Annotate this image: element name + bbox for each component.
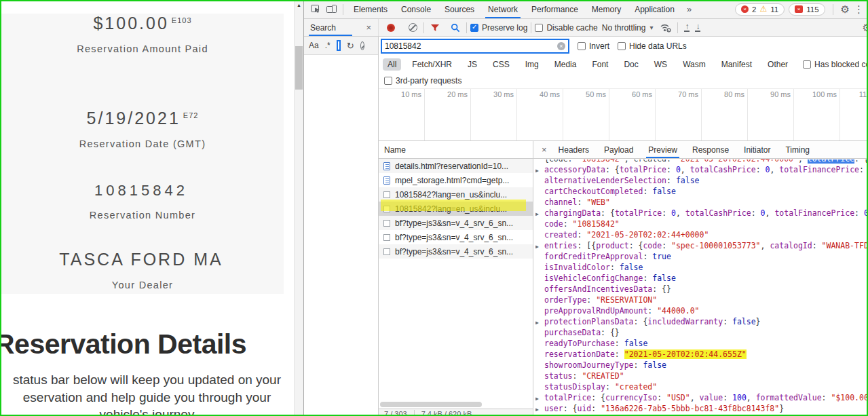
preserve-log-checkbox[interactable]: Preserve log bbox=[470, 23, 527, 33]
expand-arrow-icon[interactable] bbox=[535, 166, 544, 175]
json-tree-row[interactable]: showroomJourneyType: false bbox=[535, 360, 868, 371]
record-network-log-button[interactable] bbox=[384, 24, 398, 32]
resource-type-pill[interactable]: Media bbox=[550, 58, 582, 71]
regex-toggle[interactable]: .* bbox=[325, 41, 331, 50]
disable-cache-checkbox[interactable]: Disable cache bbox=[535, 23, 597, 33]
clear-search-icon[interactable] bbox=[360, 41, 364, 50]
resource-type-pill[interactable]: JS bbox=[463, 58, 482, 71]
match-case-toggle[interactable]: Aa bbox=[309, 41, 319, 50]
filter-funnel-button[interactable] bbox=[428, 24, 442, 32]
kebab-menu-icon[interactable]: ⋮ bbox=[854, 3, 864, 16]
throttling-dropdown[interactable]: No throttling ▾ bbox=[598, 23, 658, 33]
devtools-tab[interactable]: Memory bbox=[585, 0, 628, 18]
json-tree-row[interactable]: created: "2021-05-20T02:02:44+0000" bbox=[535, 229, 868, 240]
request-row[interactable]: mpel_storage.html?cmd=getp... bbox=[379, 173, 533, 187]
json-tree-row[interactable]: statusDisplay: "created" bbox=[535, 381, 868, 392]
request-row[interactable]: bf?type=js3&sn=v_4_srv_6_sn... bbox=[379, 230, 533, 244]
json-tree-row[interactable]: {code: "10815842", created: "2021-05-20T… bbox=[535, 159, 868, 164]
json-tree-row[interactable]: totalPrice: {currencyIso: "USD", value: … bbox=[535, 392, 868, 403]
detail-tab[interactable]: Payload bbox=[597, 141, 641, 158]
request-row[interactable]: 10815842?lang=en_us&inclu... bbox=[379, 187, 533, 202]
resource-type-pill[interactable]: Fetch/XHR bbox=[407, 58, 457, 71]
json-tree-row[interactable]: fordCreditPreApproval: true bbox=[535, 251, 868, 262]
devtools-tab[interactable]: Sources bbox=[438, 0, 481, 18]
resource-type-pill[interactable]: CSS bbox=[488, 58, 514, 71]
devtools-tab[interactable]: Console bbox=[394, 0, 438, 18]
resource-type-pill[interactable]: Other bbox=[763, 58, 793, 71]
import-har-button[interactable]: ↑ bbox=[684, 23, 690, 32]
clear-network-log-button[interactable] bbox=[406, 23, 420, 32]
detail-tab[interactable]: Headers bbox=[551, 141, 597, 158]
close-search-icon[interactable]: × bbox=[366, 22, 371, 33]
issues-badge[interactable]: × 115 bbox=[789, 3, 825, 16]
json-tree-row[interactable]: code: "10815842" bbox=[535, 219, 868, 229]
refresh-search-icon[interactable]: ↻ bbox=[347, 41, 354, 51]
json-tree-row[interactable]: orderType: "RESERVATION" bbox=[535, 295, 868, 305]
hide-data-urls-checkbox[interactable]: Hide data URLs bbox=[618, 41, 687, 51]
json-tree-row[interactable]: offersAndIncentivesData: {} bbox=[535, 284, 868, 295]
console-errors-warnings-badge[interactable]: × 2 ⚠ 11 bbox=[735, 3, 785, 16]
json-tree-row[interactable]: accessoryData: {totalPrice: 0, totalCash… bbox=[535, 164, 868, 175]
json-tree-row[interactable]: entries: [{product: {code: "spec-1000010… bbox=[535, 240, 868, 251]
request-list-header[interactable]: Name bbox=[379, 141, 533, 159]
settings-gear-icon[interactable]: ⚙ bbox=[841, 3, 850, 16]
inspect-element-icon[interactable] bbox=[308, 5, 324, 14]
more-tabs-icon[interactable]: » bbox=[681, 0, 697, 18]
resource-type-pill[interactable]: Manifest bbox=[717, 58, 757, 71]
has-blocked-cookies-checkbox[interactable]: Has blocked cookies bbox=[803, 60, 868, 69]
network-settings-gear-icon[interactable]: ⚙ bbox=[863, 22, 868, 34]
detail-tab[interactable]: Initiator bbox=[736, 141, 778, 158]
json-tree-row[interactable]: protectionPlansData: {includedWarranty: … bbox=[535, 316, 868, 327]
devtools-tab[interactable]: Elements bbox=[347, 0, 394, 18]
json-tree-row[interactable]: chargingData: {totalPrice: 0, totalCashP… bbox=[535, 208, 868, 219]
request-row[interactable]: details.html?reservationId=10... bbox=[379, 159, 533, 173]
json-tree-row[interactable]: isInvalidColor: false bbox=[535, 262, 868, 273]
network-conditions-icon[interactable] bbox=[657, 23, 674, 33]
request-row[interactable]: bf?type=js3&sn=v_4_srv_6_sn... bbox=[379, 244, 533, 259]
close-detail-icon[interactable]: × bbox=[537, 145, 551, 155]
json-tree-row[interactable]: readyToPurchase: false bbox=[535, 338, 868, 349]
expand-arrow-icon[interactable] bbox=[535, 209, 544, 219]
expand-arrow-icon[interactable] bbox=[535, 394, 544, 403]
resource-type-pill[interactable]: All bbox=[383, 58, 401, 71]
search-network-button[interactable] bbox=[448, 23, 463, 33]
request-row[interactable]: bf?type=js3&sn=v_4_srv_6_sn... bbox=[379, 216, 533, 230]
resource-type-pill[interactable]: Font bbox=[587, 58, 613, 71]
expand-arrow-icon[interactable] bbox=[535, 242, 544, 251]
json-tree-row[interactable]: status: "CREATED" bbox=[535, 371, 868, 381]
json-tree-row[interactable]: user: {uid: "136a6226-7ab5-5bbb-bc81-43f… bbox=[535, 403, 868, 414]
json-tree-row[interactable]: preApprovalRndUpAmount: "44000.0" bbox=[535, 305, 868, 316]
devtools-tab[interactable]: Application bbox=[628, 0, 681, 18]
json-tree-row[interactable]: purchaseData: {} bbox=[535, 327, 868, 338]
json-tree-row[interactable]: alternativeLenderSelection: false bbox=[535, 175, 868, 186]
clear-filter-icon[interactable]: × bbox=[557, 42, 565, 50]
network-filter-input[interactable] bbox=[385, 41, 557, 51]
detail-tab[interactable]: Preview bbox=[641, 141, 685, 158]
horizontal-scrollbar-thumb[interactable] bbox=[380, 402, 482, 407]
third-party-requests-checkbox[interactable]: 3rd-party requests bbox=[384, 76, 461, 86]
search-panel-tab[interactable]: Search × bbox=[304, 19, 379, 36]
export-har-button[interactable]: ↓ bbox=[695, 23, 700, 32]
network-overview-timeline[interactable]: 10 ms20 ms30 ms40 ms50 ms60 ms70 ms80 ms… bbox=[379, 88, 868, 141]
json-tree-row[interactable]: reservationDate: "2021-05-20T02:02:44.65… bbox=[535, 349, 868, 360]
page-scrollbar[interactable]: ▲ bbox=[294, 0, 303, 416]
expand-arrow-icon[interactable] bbox=[535, 404, 544, 414]
resource-type-pill[interactable]: Wasm bbox=[678, 58, 711, 71]
json-tree-row[interactable]: isVehicleConfigChange: false bbox=[535, 273, 868, 284]
resource-type-pill[interactable]: WS bbox=[649, 58, 672, 71]
expand-arrow-icon[interactable] bbox=[535, 318, 544, 327]
device-toolbar-icon[interactable] bbox=[324, 5, 339, 14]
json-tree-row[interactable]: cartCheckoutCompleted: false bbox=[535, 186, 868, 197]
detail-tab[interactable]: Response bbox=[685, 141, 736, 158]
invert-checkbox[interactable]: Invert bbox=[578, 41, 609, 51]
request-row[interactable]: 10815842?lang=en_us&inclu... bbox=[379, 202, 533, 216]
search-panel-input[interactable] bbox=[337, 40, 341, 51]
detail-tab[interactable]: Timing bbox=[778, 141, 817, 158]
devtools-tab[interactable]: Network bbox=[481, 0, 525, 18]
resource-type-pill[interactable]: Img bbox=[521, 58, 544, 71]
json-tree-row[interactable]: channel: "WEB" bbox=[535, 197, 868, 208]
scrollbar-thumb[interactable] bbox=[295, 46, 303, 90]
devtools-tab[interactable]: Performance bbox=[525, 0, 585, 18]
scrollbar-up-arrow-icon[interactable]: ▲ bbox=[295, 3, 303, 7]
resource-type-pill[interactable]: Doc bbox=[619, 58, 643, 71]
